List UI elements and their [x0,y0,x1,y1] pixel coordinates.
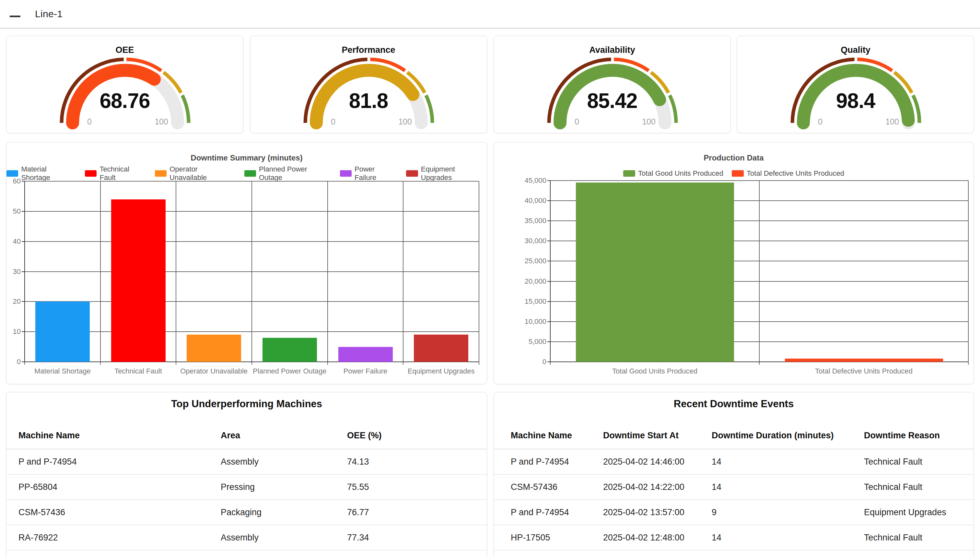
legend-label: Operator Unavailable [169,165,236,182]
gauge-arc-availability [494,36,731,134]
y-axis-label: 50 [0,207,21,216]
column-header-machine-name: Machine Name [511,430,603,441]
gauge-max-label: 100 [386,117,424,127]
table-cell: HP-17505 [511,533,603,543]
production-data-chart-card: Production Data Total Good Units Produce… [494,142,974,384]
legend-label: Total Good Units Produced [638,169,723,178]
legend-label: Technical Fault [99,165,146,182]
table-cell: CSM-57436 [18,507,221,518]
y-axis-label: 0 [0,358,21,366]
legend-swatch-total-good-units-produced [623,170,635,177]
x-axis-line [24,362,479,362]
legend-swatch-total-defective-units-produced [732,170,744,177]
table-cell: PP-65804 [18,482,221,492]
gauge-min-label: 0 [557,117,596,127]
table-cell: 9 [712,507,864,518]
bar-power-failure [338,347,393,362]
legend-item-total-defective-units-produced[interactable]: Total Defective Units Produced [732,169,844,178]
legend-label: Material Shortage [21,165,76,182]
chart-title: Production Data [494,153,973,163]
y-axis-label: 40 [0,237,21,246]
bar-material-shortage [35,301,90,362]
legend-label: Total Defective Units Produced [747,169,844,178]
gauge-max-label: 100 [629,117,668,127]
legend-item-power-failure[interactable]: Power Failure [340,165,398,182]
x-axis-label: Total Defective Units Produced [812,367,916,375]
y-axis-label: 0 [507,358,546,366]
table-cell: Packaging [221,507,347,518]
legend-swatch-material-shortage [7,170,18,177]
chart-legend: Total Good Units ProducedTotal Defective… [494,169,973,178]
y-axis-label: 25,000 [507,257,546,265]
column-header-downtime-duration-minutes: Downtime Duration (minutes) [712,430,864,441]
gridline [968,181,969,365]
top-app-bar: Line-1 [0,0,980,29]
x-axis-label: Equipment Upgrades [389,367,493,375]
legend-item-total-good-units-produced[interactable]: Total Good Units Produced [623,169,723,178]
column-header-downtime-reason: Downtime Reason [864,430,973,441]
gridline [479,181,479,365]
table-cell: 74.13 [347,457,487,467]
bar-equipment-upgrades [414,335,468,362]
gauge-min-label: 0 [70,117,109,127]
bar-operator-unavailable [187,335,241,362]
y-axis-label: 20 [0,297,21,306]
gauge-card-oee: OEE68.760100 [6,36,244,133]
table-row: P and P-749542025-04-02 13:57:009Equipme… [494,500,973,525]
y-axis-label: 5,000 [507,337,546,346]
gauge-min-label: 0 [314,117,353,127]
y-axis-label: 60 [0,177,21,186]
table-row: PP-65804Pressing75.55 [7,475,487,500]
table-row: P and P-74954Assembly74.13 [7,450,487,475]
legend-swatch-operator-unavailable [155,170,167,177]
table: Machine NameAreaOEE (%)P and P-74954Asse… [7,422,487,550]
legend-label: Equipment Upgrades [421,165,487,182]
y-axis-label: 45,000 [507,176,546,185]
gauge-max-label: 100 [142,117,181,127]
table-cell: Technical Fault [864,482,973,492]
y-axis-label: 30,000 [507,237,546,245]
y-axis-label: 15,000 [507,297,546,306]
table-cell: Pressing [221,482,347,492]
table-cell: 75.55 [347,482,487,492]
table-cell: 77.34 [347,533,487,543]
legend-item-operator-unavailable[interactable]: Operator Unavailable [155,165,236,182]
page-title: Line-1 [35,8,63,20]
legend-item-equipment-upgrades[interactable]: Equipment Upgrades [406,165,487,182]
y-axis-label: 10,000 [507,318,546,326]
gauge-arc-quality [737,36,975,134]
gauge-value: 98.4 [737,89,974,113]
column-header-oee: OEE (%) [347,430,487,441]
gridline [759,181,760,365]
y-axis-line [24,181,25,362]
gauge-value: 85.42 [494,89,730,113]
table-cell: P and P-74954 [18,457,221,467]
table-cell: 2025-04-02 14:46:00 [603,457,712,467]
gauge-card-performance: Performance81.80100 [250,36,487,133]
y-axis-label: 10 [0,327,21,336]
gauge-card-quality: Quality98.40100 [737,36,974,133]
downtime-summary-chart-card: Downtime Summary (minutes) Material Shor… [6,142,487,384]
gridline [100,181,101,365]
table-cell: P and P-74954 [511,507,603,518]
table-header-row: Machine NameDowntime Start AtDowntime Du… [494,422,973,450]
table-cell: P and P-74954 [511,457,603,467]
legend-item-technical-fault[interactable]: Technical Fault [85,165,146,182]
chart-legend: Material ShortageTechnical FaultOperator… [7,169,487,178]
table-title: Top Underperforming Machines [7,398,487,410]
chart-plot-area: 05,00010,00015,00020,00025,00030,00035,0… [550,181,968,362]
table-row: CSM-57436Packaging76.77 [7,500,487,525]
table-cell: Technical Fault [864,457,973,467]
table-row: P and P-749542025-04-02 14:46:0014Techni… [494,450,973,475]
legend-swatch-power-failure [340,170,352,177]
table-row: RA-76922Assembly77.34 [7,525,487,550]
legend-swatch-equipment-upgrades [406,170,418,177]
column-header-downtime-start-at: Downtime Start At [603,430,712,441]
table-cell: Assembly [221,533,347,543]
legend-item-planned-power-outage[interactable]: Planned Power Outage [244,165,332,182]
table-cell: 2025-04-02 14:22:00 [603,482,712,492]
legend-swatch-planned-power-outage [244,170,256,177]
gauge-value: 81.8 [250,89,487,113]
chart-title: Downtime Summary (minutes) [7,153,487,163]
gauge-max-label: 100 [873,117,912,127]
